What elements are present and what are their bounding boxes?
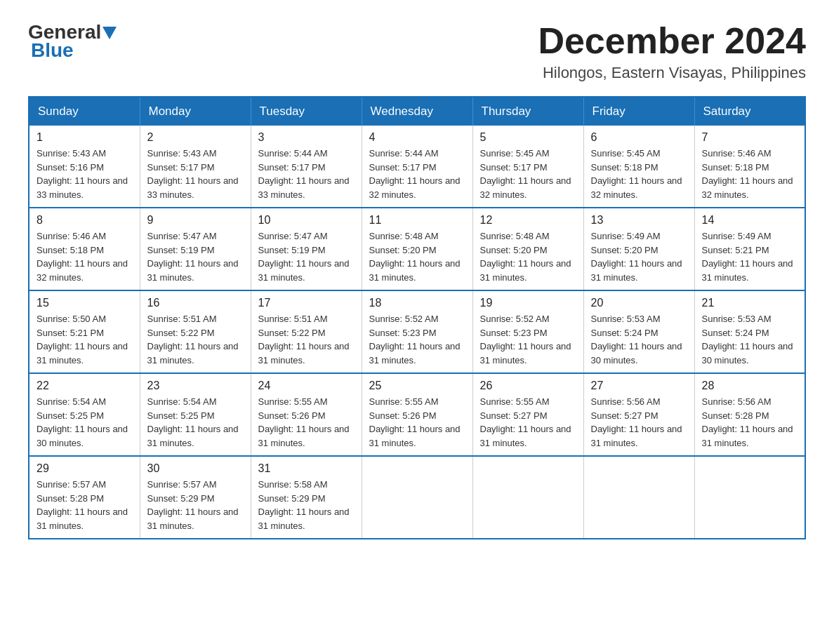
sunset-label: Sunset: 5:18 PM [591,162,658,173]
sunrise-label: Sunrise: 5:49 AM [591,231,661,241]
day-info: Sunrise: 5:56 AM Sunset: 5:28 PM Dayligh… [702,395,798,450]
sunset-label: Sunset: 5:26 PM [258,410,326,421]
daylight-label: Daylight: 11 hours and 31 minutes. [591,424,682,448]
day-info: Sunrise: 5:48 AM Sunset: 5:20 PM Dayligh… [480,229,576,284]
sunset-label: Sunset: 5:17 PM [480,162,548,173]
daylight-label: Daylight: 11 hours and 33 minutes. [147,175,239,200]
day-number: 6 [591,131,687,144]
daylight-label: Daylight: 11 hours and 31 minutes. [591,258,682,283]
calendar-table: SundayMondayTuesdayWednesdayThursdayFrid… [28,96,806,539]
calendar-day-cell: 2 Sunrise: 5:43 AM Sunset: 5:17 PM Dayli… [140,126,251,208]
calendar-day-cell: 4 Sunrise: 5:44 AM Sunset: 5:17 PM Dayli… [362,126,472,208]
day-number: 26 [480,380,576,392]
daylight-label: Daylight: 11 hours and 31 minutes. [258,424,350,448]
calendar-day-header: Sunday [29,97,140,126]
calendar-day-cell [472,456,583,539]
day-info: Sunrise: 5:51 AM Sunset: 5:22 PM Dayligh… [258,312,355,367]
calendar-day-cell: 14 Sunrise: 5:49 AM Sunset: 5:21 PM Dayl… [694,208,805,290]
sunset-label: Sunset: 5:17 PM [258,162,326,173]
sunset-label: Sunset: 5:19 PM [147,245,215,255]
calendar-day-cell: 11 Sunrise: 5:48 AM Sunset: 5:20 PM Dayl… [362,208,472,290]
sunset-label: Sunset: 5:25 PM [37,410,104,421]
day-number: 14 [702,214,798,227]
sunset-label: Sunset: 5:28 PM [702,410,769,421]
day-info: Sunrise: 5:44 AM Sunset: 5:17 PM Dayligh… [258,147,355,201]
sunrise-label: Sunrise: 5:49 AM [702,231,772,241]
day-number: 31 [258,462,355,475]
sunrise-label: Sunrise: 5:55 AM [369,396,439,407]
calendar-day-cell: 22 Sunrise: 5:54 AM Sunset: 5:25 PM Dayl… [29,373,140,456]
day-info: Sunrise: 5:50 AM Sunset: 5:21 PM Dayligh… [37,312,133,367]
sunrise-label: Sunrise: 5:44 AM [369,148,439,159]
day-info: Sunrise: 5:53 AM Sunset: 5:24 PM Dayligh… [591,312,687,367]
calendar-day-header: Friday [583,97,694,126]
calendar-day-cell: 15 Sunrise: 5:50 AM Sunset: 5:21 PM Dayl… [29,290,140,373]
daylight-label: Daylight: 11 hours and 32 minutes. [591,175,682,200]
sunrise-label: Sunrise: 5:47 AM [147,231,217,241]
sunset-label: Sunset: 5:29 PM [147,493,215,504]
calendar-day-cell: 23 Sunrise: 5:54 AM Sunset: 5:25 PM Dayl… [140,373,251,456]
calendar-day-cell: 27 Sunrise: 5:56 AM Sunset: 5:27 PM Dayl… [583,373,694,456]
day-number: 16 [147,297,244,309]
day-info: Sunrise: 5:54 AM Sunset: 5:25 PM Dayligh… [37,395,133,450]
day-number: 22 [37,380,133,392]
calendar-header-row: SundayMondayTuesdayWednesdayThursdayFrid… [29,97,805,126]
sunrise-label: Sunrise: 5:54 AM [147,396,217,407]
sunset-label: Sunset: 5:28 PM [37,493,104,504]
sunset-label: Sunset: 5:22 PM [147,328,215,338]
daylight-label: Daylight: 11 hours and 33 minutes. [37,175,128,200]
sunset-label: Sunset: 5:27 PM [480,410,548,421]
logo-blue-text: Blue [31,39,74,62]
sunrise-label: Sunrise: 5:50 AM [37,314,106,324]
daylight-label: Daylight: 11 hours and 31 minutes. [702,258,793,283]
calendar-week-row: 29 Sunrise: 5:57 AM Sunset: 5:28 PM Dayl… [29,456,805,539]
daylight-label: Daylight: 11 hours and 31 minutes. [37,507,128,531]
day-info: Sunrise: 5:43 AM Sunset: 5:16 PM Dayligh… [37,147,133,201]
day-number: 23 [147,380,244,392]
daylight-label: Daylight: 11 hours and 31 minutes. [369,424,461,448]
calendar-day-cell: 13 Sunrise: 5:49 AM Sunset: 5:20 PM Dayl… [583,208,694,290]
sunrise-label: Sunrise: 5:57 AM [37,479,106,490]
daylight-label: Daylight: 11 hours and 32 minutes. [480,175,571,200]
sunrise-label: Sunrise: 5:45 AM [591,148,661,159]
sunrise-label: Sunrise: 5:56 AM [591,396,661,407]
page-header: General Blue December 2024 Hilongos, Eas… [28,21,806,82]
day-number: 20 [591,297,687,309]
calendar-day-cell: 24 Sunrise: 5:55 AM Sunset: 5:26 PM Dayl… [251,373,362,456]
calendar-day-cell: 25 Sunrise: 5:55 AM Sunset: 5:26 PM Dayl… [362,373,472,456]
sunset-label: Sunset: 5:18 PM [702,162,769,173]
calendar-week-row: 15 Sunrise: 5:50 AM Sunset: 5:21 PM Dayl… [29,290,805,373]
day-number: 9 [147,214,244,227]
day-info: Sunrise: 5:49 AM Sunset: 5:20 PM Dayligh… [591,229,687,284]
day-info: Sunrise: 5:44 AM Sunset: 5:17 PM Dayligh… [369,147,465,201]
sunrise-label: Sunrise: 5:47 AM [258,231,328,241]
page-subtitle: Hilongos, Eastern Visayas, Philippines [538,64,806,82]
daylight-label: Daylight: 11 hours and 31 minutes. [147,507,239,531]
day-number: 10 [258,214,355,227]
daylight-label: Daylight: 11 hours and 31 minutes. [369,341,461,365]
daylight-label: Daylight: 11 hours and 31 minutes. [147,258,239,283]
day-info: Sunrise: 5:52 AM Sunset: 5:23 PM Dayligh… [369,312,465,367]
sunrise-label: Sunrise: 5:48 AM [369,231,439,241]
day-info: Sunrise: 5:43 AM Sunset: 5:17 PM Dayligh… [147,147,244,201]
day-number: 8 [37,214,133,227]
day-number: 13 [591,214,687,227]
day-info: Sunrise: 5:48 AM Sunset: 5:20 PM Dayligh… [369,229,465,284]
calendar-day-cell: 1 Sunrise: 5:43 AM Sunset: 5:16 PM Dayli… [29,126,140,208]
sunrise-label: Sunrise: 5:52 AM [369,314,439,324]
day-info: Sunrise: 5:55 AM Sunset: 5:26 PM Dayligh… [258,395,355,450]
day-number: 1 [37,131,133,144]
daylight-label: Daylight: 11 hours and 31 minutes. [480,258,571,283]
day-info: Sunrise: 5:47 AM Sunset: 5:19 PM Dayligh… [258,229,355,284]
sunset-label: Sunset: 5:21 PM [702,245,769,255]
daylight-label: Daylight: 11 hours and 30 minutes. [37,424,128,448]
daylight-label: Daylight: 11 hours and 31 minutes. [480,341,571,365]
sunrise-label: Sunrise: 5:43 AM [37,148,106,159]
calendar-day-cell: 8 Sunrise: 5:46 AM Sunset: 5:18 PM Dayli… [29,208,140,290]
day-info: Sunrise: 5:45 AM Sunset: 5:17 PM Dayligh… [480,147,576,201]
sunrise-label: Sunrise: 5:45 AM [480,148,550,159]
sunset-label: Sunset: 5:25 PM [147,410,215,421]
day-info: Sunrise: 5:45 AM Sunset: 5:18 PM Dayligh… [591,147,687,201]
day-number: 12 [480,214,576,227]
sunrise-label: Sunrise: 5:55 AM [258,396,328,407]
